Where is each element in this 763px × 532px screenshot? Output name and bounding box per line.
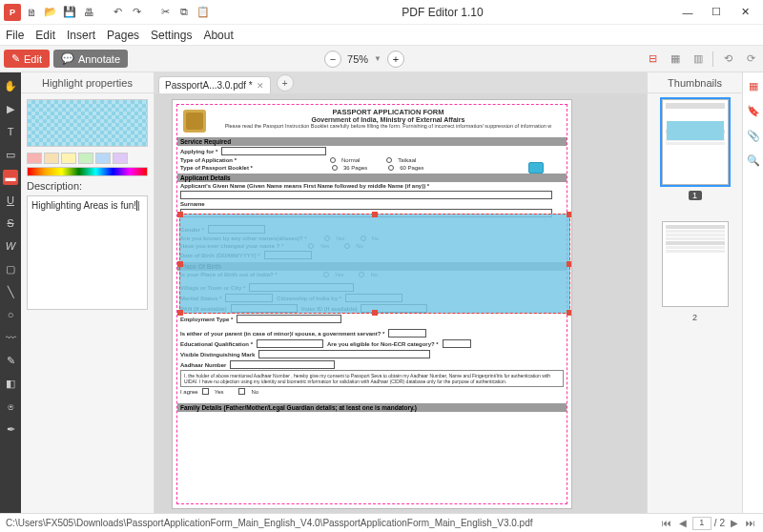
menu-insert[interactable]: Insert bbox=[67, 29, 95, 42]
form-subtitle: Government of India, Ministry of Externa… bbox=[210, 116, 567, 123]
tool-strip: ✋ ▶ T ▭ ▬ U S W ▢ ╲ ○ 〰 ✎ ◧ ⍟ ✒ bbox=[0, 72, 21, 513]
thumbnail-2[interactable] bbox=[662, 221, 729, 307]
zoom-out-button[interactable]: − bbox=[324, 51, 341, 68]
new-tab-button[interactable]: + bbox=[277, 74, 294, 92]
tab-bar: PassportA...3.0.pdf * ✕ + bbox=[155, 72, 647, 93]
description-label: Description: bbox=[21, 176, 154, 195]
strike-tool-icon[interactable]: S bbox=[3, 215, 18, 231]
form-title: PASSPORT APPLICATION FORM bbox=[210, 108, 567, 116]
highlight-preview bbox=[27, 99, 148, 147]
two-page-icon[interactable]: ▦ bbox=[667, 51, 684, 68]
pencil-tool-icon[interactable]: ✎ bbox=[3, 353, 18, 368]
thumbnail-1[interactable] bbox=[662, 99, 729, 185]
open-icon[interactable]: 📂 bbox=[42, 4, 59, 21]
page-width-icon[interactable]: ⊟ bbox=[644, 51, 661, 68]
copy-icon[interactable]: ⧉ bbox=[175, 4, 193, 21]
first-page-button[interactable]: ⏮ bbox=[660, 517, 673, 530]
swatch-6[interactable] bbox=[113, 153, 128, 164]
eraser-tool-icon[interactable]: ◧ bbox=[3, 376, 18, 391]
emblem-icon bbox=[183, 110, 206, 133]
next-page-button[interactable]: ▶ bbox=[728, 517, 741, 530]
prev-page-button[interactable]: ◀ bbox=[676, 517, 690, 530]
tab-label: PassportA...3.0.pdf * bbox=[165, 80, 253, 91]
select-tool-icon[interactable]: ▶ bbox=[3, 101, 18, 116]
attachments-icon[interactable]: 📎 bbox=[746, 128, 761, 143]
search-icon[interactable]: 🔍 bbox=[746, 153, 761, 168]
page-1: PASSPORT APPLICATION FORM Government of … bbox=[172, 99, 572, 509]
tab-close-icon[interactable]: ✕ bbox=[257, 81, 264, 91]
hand-tool-icon[interactable]: ✋ bbox=[3, 78, 18, 93]
swatch-3[interactable] bbox=[61, 153, 76, 164]
note-tool-icon[interactable]: ▭ bbox=[3, 147, 18, 162]
thumb-1-label: 1 bbox=[689, 191, 702, 200]
zoom-value[interactable]: 75% bbox=[347, 53, 368, 65]
menu-file[interactable]: File bbox=[6, 29, 24, 42]
menu-about[interactable]: About bbox=[203, 29, 233, 42]
status-bar: C:\Users\FX505\Downloads\PassportApplica… bbox=[0, 513, 763, 532]
zoom-in-button[interactable]: + bbox=[387, 51, 404, 68]
paste-icon[interactable]: 📋 bbox=[195, 4, 212, 21]
menu-settings[interactable]: Settings bbox=[151, 29, 192, 42]
thumbnails-toggle-icon[interactable]: ▦ bbox=[746, 78, 761, 93]
section-service: Service Required bbox=[177, 137, 567, 146]
highlight-selection[interactable] bbox=[179, 214, 570, 314]
page-nav: ⏮ ◀ 1 / 2 ▶ ⏭ bbox=[660, 517, 757, 530]
line-tool-icon[interactable]: ╲ bbox=[3, 284, 18, 299]
bookmarks-icon[interactable]: 🔖 bbox=[746, 103, 761, 118]
zoom-controls: − 75% ▼ + bbox=[324, 51, 404, 68]
swatch-4[interactable] bbox=[78, 153, 93, 164]
document-area: PassportA...3.0.pdf * ✕ + PASSPORT APPLI… bbox=[155, 72, 647, 513]
file-path: C:\Users\FX505\Downloads\PassportApplica… bbox=[6, 518, 654, 528]
properties-title: Highlight properties bbox=[21, 72, 154, 93]
color-swatches bbox=[21, 153, 154, 164]
menu-pages[interactable]: Pages bbox=[107, 29, 139, 42]
properties-panel: Highlight properties Description: Highli… bbox=[21, 72, 155, 513]
grid-icon[interactable]: ▥ bbox=[690, 51, 707, 68]
rect-tool-icon[interactable]: ▢ bbox=[3, 261, 18, 276]
maximize-button[interactable]: ☐ bbox=[702, 0, 731, 25]
swatch-1[interactable] bbox=[27, 153, 42, 164]
document-viewport[interactable]: PASSPORT APPLICATION FORM Government of … bbox=[155, 93, 647, 513]
section-family: Family Details (Father/Mother/Legal Guar… bbox=[177, 403, 567, 412]
annotate-mode-button[interactable]: 💬 Annotate bbox=[53, 50, 128, 68]
stamp-tool-icon[interactable]: ⍟ bbox=[3, 399, 18, 414]
print-icon[interactable]: 🖶 bbox=[80, 4, 97, 21]
section-applicant: Applicant Details bbox=[177, 174, 567, 182]
underline-tool-icon[interactable]: U bbox=[3, 193, 18, 208]
description-input[interactable]: Highlighting Areas is fun!| bbox=[27, 195, 148, 310]
redo-icon[interactable]: ↷ bbox=[128, 4, 145, 21]
rotate-right-icon[interactable]: ⟳ bbox=[742, 51, 759, 68]
form-instruction: Please read the Passport Instruction Boo… bbox=[210, 123, 567, 129]
thumb-2-label: 2 bbox=[648, 313, 742, 322]
page-input[interactable]: 1 bbox=[692, 517, 711, 530]
highlight-tool-icon[interactable]: ▬ bbox=[3, 170, 18, 185]
menu-edit[interactable]: Edit bbox=[35, 29, 55, 42]
squiggly-tool-icon[interactable]: W bbox=[3, 238, 18, 254]
circle-tool-icon[interactable]: ○ bbox=[3, 307, 18, 322]
menubar: File Edit Insert Pages Settings About bbox=[0, 25, 763, 46]
thumbnails-title: Thumbnails bbox=[648, 72, 742, 93]
window-title: PDF Editor 1.10 bbox=[212, 6, 673, 19]
swatch-5[interactable] bbox=[95, 153, 111, 164]
comment-indicator-icon[interactable] bbox=[528, 162, 544, 174]
freehand-tool-icon[interactable]: 〰 bbox=[3, 330, 18, 345]
save-icon[interactable]: 💾 bbox=[61, 4, 78, 21]
undo-icon[interactable]: ↶ bbox=[109, 4, 126, 21]
edit-mode-button[interactable]: ✎ Edit bbox=[4, 50, 50, 68]
app-icon: P bbox=[4, 4, 21, 21]
cut-icon[interactable]: ✂ bbox=[156, 4, 174, 21]
new-icon[interactable]: 🗎 bbox=[23, 4, 40, 21]
document-tab[interactable]: PassportA...3.0.pdf * ✕ bbox=[158, 76, 271, 93]
signature-tool-icon[interactable]: ✒ bbox=[3, 421, 18, 437]
main: ✋ ▶ T ▭ ▬ U S W ▢ ╲ ○ 〰 ✎ ◧ ⍟ ✒ Highligh… bbox=[0, 72, 763, 513]
consent-note: I, the holder of above mentioned Aadhaar… bbox=[180, 370, 564, 387]
titlebar: P 🗎 📂 💾 🖶 ↶ ↷ ✂ ⧉ 📋 PDF Editor 1.10 — ☐ … bbox=[0, 0, 763, 25]
rotate-left-icon[interactable]: ⟲ bbox=[719, 51, 736, 68]
close-button[interactable]: ✕ bbox=[731, 0, 759, 25]
last-page-button[interactable]: ⏭ bbox=[744, 517, 757, 530]
minimize-button[interactable]: — bbox=[673, 0, 702, 25]
text-tool-icon[interactable]: T bbox=[3, 124, 18, 139]
swatch-2[interactable] bbox=[44, 153, 59, 164]
toolbar: ✎ Edit 💬 Annotate − 75% ▼ + ⊟ ▦ ▥ ⟲ ⟳ bbox=[0, 46, 763, 72]
color-picker[interactable] bbox=[27, 167, 148, 176]
